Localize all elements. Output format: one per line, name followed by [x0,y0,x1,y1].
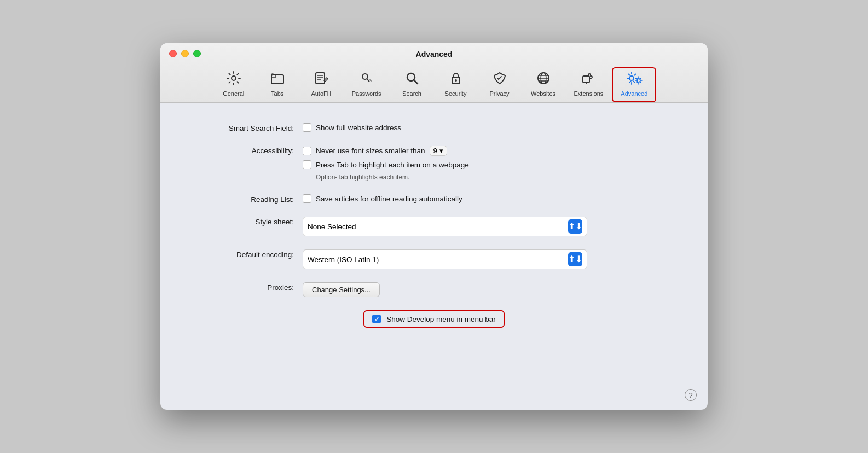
tab-security[interactable]: Security [434,67,478,102]
security-icon [448,71,464,88]
smart-search-label: Smart Search Field: [182,123,303,132]
press-tab-checkbox[interactable] [303,160,311,169]
stylesheet-dropdown[interactable]: None Selected ⬆⬇ [303,217,587,236]
tab-privacy-label: Privacy [489,90,509,97]
svg-point-12 [455,79,457,82]
proxies-label: Proxies: [182,282,303,292]
show-full-address-text: Show full website address [316,124,401,132]
svg-line-7 [368,80,369,82]
tab-autofill[interactable]: AutoFill [299,67,343,102]
develop-menu-checkbox[interactable] [372,315,381,323]
tab-extensions[interactable]: Extensions [565,67,612,102]
stylesheet-value: None Selected [308,223,564,231]
svg-rect-18 [583,76,589,83]
encoding-row: Default encoding: Western (ISO Latin 1) … [182,249,686,269]
toolbar: General Tabs [169,63,699,102]
smart-search-control-row: Show full website address [303,123,401,132]
accessibility-control: Never use font sizes smaller than 9 ▾ Pr… [303,146,469,181]
stylesheet-label: Style sheet: [182,217,303,226]
encoding-label: Default encoding: [182,249,303,259]
accessibility-label: Accessibility: [182,146,303,155]
proxies-change-settings-button[interactable]: Change Settings... [303,282,380,297]
tab-tabs-label: Tabs [271,90,283,97]
show-full-address-checkbox[interactable] [303,123,311,132]
svg-line-8 [370,80,371,81]
advanced-icon [626,71,643,88]
window: Advanced General [160,43,708,410]
reading-list-label: Reading List: [182,194,303,204]
tab-general-label: General [223,90,244,97]
svg-rect-2 [316,73,325,84]
tab-websites-label: Websites [531,90,555,97]
tab-search[interactable]: Search [390,67,434,102]
tab-tabs[interactable]: Tabs [256,67,299,102]
font-size-chevron: ▾ [439,147,443,155]
svg-point-6 [362,74,368,79]
font-size-row: Never use font sizes smaller than 9 ▾ [303,146,469,156]
proxies-control: Change Settings... [303,282,380,297]
tab-general[interactable]: General [212,67,256,102]
tab-advanced[interactable]: Advanced [612,67,656,102]
encoding-value: Western (ISO Latin 1) [308,255,564,264]
close-button[interactable] [169,50,177,57]
content-area: Smart Search Field: Show full website ad… [160,103,708,410]
stylesheet-row: Style sheet: None Selected ⬆⬇ [182,217,686,236]
maximize-button[interactable] [193,50,201,57]
save-articles-row: Save articles for offline reading automa… [303,194,462,203]
encoding-dropdown[interactable]: Western (ISO Latin 1) ⬆⬇ [303,249,587,269]
tab-passwords-label: Passwords [352,90,381,97]
tabs-icon [270,71,285,88]
stylesheet-dropdown-btn[interactable]: ⬆⬇ [568,219,582,234]
never-use-font-checkbox[interactable] [303,147,311,155]
save-articles-text: Save articles for offline reading automa… [316,195,462,203]
never-use-font-text: Never use font sizes smaller than [316,147,425,155]
passwords-icon [359,71,374,88]
dropdown-chevron-icon: ⬆⬇ [568,222,582,231]
tab-privacy[interactable]: Privacy [478,67,522,102]
titlebar: Advanced General [160,43,708,103]
font-size-picker[interactable]: 9 ▾ [430,146,447,156]
encoding-dropdown-btn[interactable]: ⬆⬇ [568,252,582,266]
autofill-icon [314,71,329,88]
smart-search-control: Show full website address [303,123,401,132]
tab-autofill-label: AutoFill [311,90,331,97]
encoding-chevron-icon: ⬆⬇ [568,255,582,264]
tab-websites[interactable]: Websites [522,67,565,102]
settings-content: Smart Search Field: Show full website ad… [160,103,708,347]
develop-menu-text: Show Develop menu in menu bar [386,315,496,323]
svg-point-19 [629,76,634,80]
minimize-button[interactable] [181,50,189,57]
extensions-icon [581,71,596,88]
reading-list-control: Save articles for offline reading automa… [303,194,462,203]
tab-security-label: Security [445,90,467,97]
window-title: Advanced [416,50,453,59]
font-size-value: 9 [433,147,437,155]
press-tab-text: Press Tab to highlight each item on a we… [316,161,469,169]
svg-point-0 [232,76,236,80]
press-tab-row: Press Tab to highlight each item on a we… [303,160,469,169]
svg-rect-1 [271,75,283,84]
option-tab-hint: Option-Tab highlights each item. [303,173,469,181]
tab-extensions-label: Extensions [574,90,604,97]
reading-list-row: Reading List: Save articles for offline … [182,194,686,204]
stylesheet-control: None Selected ⬆⬇ [303,217,587,236]
proxies-row: Proxies: Change Settings... [182,282,686,297]
encoding-control: Western (ISO Latin 1) ⬆⬇ [303,249,587,269]
gear-icon [226,71,241,88]
privacy-icon [492,71,507,88]
search-icon [404,71,420,88]
svg-line-10 [414,80,418,84]
save-articles-checkbox[interactable] [303,194,311,203]
develop-menu-container: Show Develop menu in menu bar [363,310,505,328]
smart-search-row: Smart Search Field: Show full website ad… [182,123,686,132]
websites-icon [536,71,551,88]
tab-passwords[interactable]: Passwords [343,67,390,102]
accessibility-row: Accessibility: Never use font sizes smal… [182,146,686,181]
develop-menu-row: Show Develop menu in menu bar [182,310,686,328]
help-button[interactable]: ? [685,389,697,401]
tab-search-label: Search [402,90,421,97]
tab-advanced-label: Advanced [621,90,647,97]
